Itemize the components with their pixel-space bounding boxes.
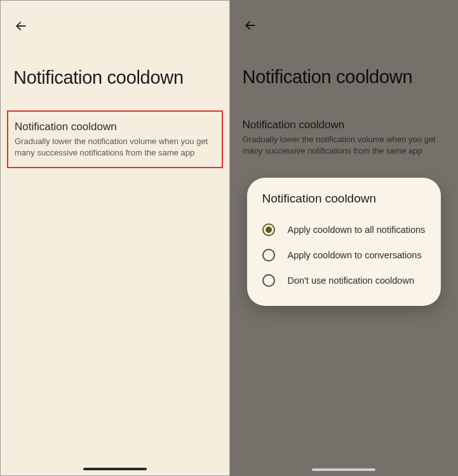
radio-option-conversations[interactable]: Apply cooldown to conversations (259, 242, 430, 268)
settings-screen-right: Notification cooldown Notification coold… (230, 0, 459, 476)
setting-title: Notification cooldown (15, 121, 215, 133)
settings-screen-left: Notification cooldown Notification coold… (0, 0, 230, 476)
radio-icon (262, 274, 275, 287)
navigation-handle[interactable] (312, 468, 375, 471)
cooldown-dialog: Notification cooldown Apply cooldown to … (247, 178, 441, 306)
page-title: Notification cooldown (13, 67, 184, 88)
dialog-title: Notification cooldown (259, 192, 430, 206)
navigation-handle[interactable] (83, 468, 147, 470)
notification-cooldown-setting[interactable]: Notification cooldown Gradually lower th… (7, 110, 223, 168)
arrow-left-icon (15, 20, 27, 32)
radio-label: Apply cooldown to all notifications (288, 225, 426, 235)
radio-icon (262, 223, 275, 236)
radio-label: Apply cooldown to conversations (288, 250, 422, 260)
radio-icon (262, 249, 275, 261)
setting-description: Gradually lower the notification volume … (15, 136, 215, 158)
radio-option-all[interactable]: Apply cooldown to all notifications (259, 217, 430, 242)
radio-label: Don't use notification cooldown (288, 275, 414, 286)
radio-option-none[interactable]: Don't use notification cooldown (259, 268, 430, 293)
back-button[interactable] (13, 18, 29, 34)
